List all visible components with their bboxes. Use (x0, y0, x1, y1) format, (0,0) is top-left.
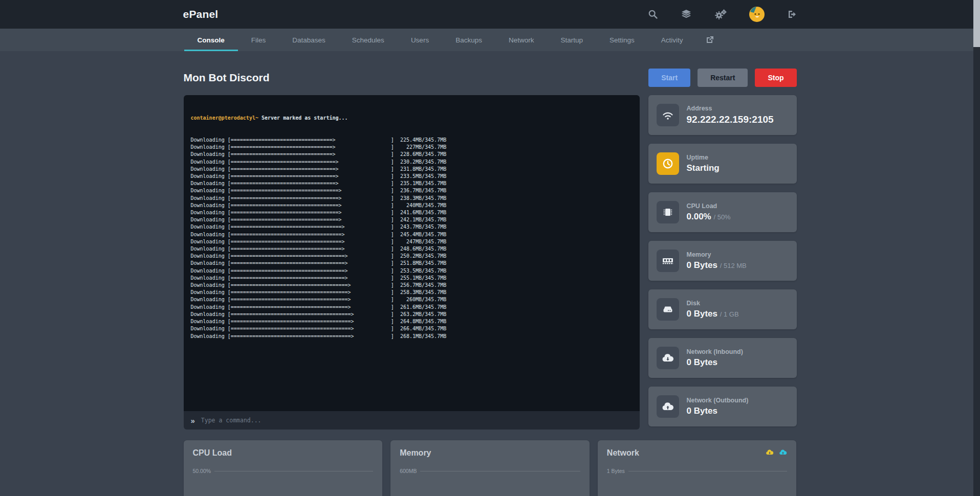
card-label: Memory (687, 251, 747, 258)
brand-link[interactable]: ePanel (183, 8, 219, 20)
console-download-line: Downloading [===========================… (191, 267, 633, 275)
start-button[interactable]: Start (648, 69, 690, 87)
tab-settings[interactable]: Settings (596, 29, 648, 51)
tab-databases[interactable]: Databases (279, 29, 339, 51)
chart-title: CPU Load (193, 448, 232, 458)
disk-card: Disk 0 Bytes / 1 GB (648, 289, 797, 329)
console-download-line: Downloading [===========================… (191, 151, 633, 158)
card-value: 0 Bytes (687, 406, 749, 416)
scrollbar-thumb[interactable] (973, 0, 980, 47)
logout-icon[interactable] (787, 9, 797, 19)
console-download-line: Downloading [===========================… (191, 260, 633, 267)
console-boot-line: container@pterodactyl~ Server marked as … (191, 115, 633, 122)
console-download-line: Downloading [===========================… (191, 253, 633, 260)
memory-card: Memory 0 Bytes / 512 MB (648, 241, 797, 281)
console-download-line: Downloading [===========================… (191, 223, 633, 231)
gears-icon[interactable] (714, 9, 727, 19)
card-limit: / 1 GB (720, 310, 739, 318)
console-download-line: Downloading [===========================… (191, 137, 633, 144)
console-download-line: Downloading [===========================… (191, 245, 633, 253)
console-download-line: Downloading [===========================… (191, 318, 633, 325)
console-download-line: Downloading [===========================… (191, 333, 633, 340)
microchip-icon (657, 201, 679, 223)
address-card: Address 92.222.22.159:2105 (648, 95, 797, 135)
console-download-line: Downloading [===========================… (191, 144, 633, 151)
uptime-card: Uptime Starting (648, 144, 797, 184)
console-download-line: Downloading [===========================… (191, 173, 633, 180)
console-download-line: Downloading [===========================… (191, 238, 633, 245)
server-title: Mon Bot Discord (184, 72, 270, 84)
outbound-legend-icon (779, 448, 787, 458)
console-download-line: Downloading [===========================… (191, 282, 633, 289)
main-content: Mon Bot Discord Start Restart Stop conta… (184, 69, 797, 496)
card-value: 92.222.22.159:2105 (687, 114, 774, 125)
charts-row: CPU Load 50.00% Memory 600MB Network 1 B… (184, 440, 797, 496)
console-download-line: Downloading [===========================… (191, 296, 633, 303)
card-limit: / 50% (713, 213, 730, 221)
stop-button[interactable]: Stop (755, 69, 796, 87)
power-actions: Start Restart Stop (648, 69, 796, 87)
tab-backups[interactable]: Backups (442, 29, 495, 51)
restart-button[interactable]: Restart (698, 69, 748, 87)
card-value: 0 Bytes / 512 MB (687, 260, 747, 270)
network-legend (766, 448, 787, 458)
console-download-line: Downloading [===========================… (191, 187, 633, 194)
user-avatar[interactable] (749, 7, 765, 22)
tab-activity[interactable]: Activity (648, 29, 696, 51)
console-download-line: Downloading [===========================… (191, 202, 633, 209)
command-bar: » (184, 411, 640, 430)
wifi-icon (657, 104, 679, 126)
memory-chart-card: Memory 600MB (390, 440, 590, 496)
chart-title: Memory (400, 448, 431, 458)
tab-startup[interactable]: Startup (547, 29, 596, 51)
network-outbound-card: Network (Outbound) 0 Bytes (648, 387, 797, 426)
card-label: Network (Inbound) (687, 348, 743, 355)
external-link-icon[interactable] (696, 29, 723, 51)
prompt-icon: » (191, 416, 195, 425)
tab-users[interactable]: Users (398, 29, 442, 51)
card-value: Starting (687, 163, 720, 173)
console-download-line: Downloading [===========================… (191, 275, 633, 282)
inbound-legend-icon (766, 448, 774, 458)
top-navbar: ePanel (0, 0, 980, 29)
gridline (420, 471, 580, 471)
layers-icon[interactable] (681, 9, 692, 19)
gridline (628, 471, 788, 471)
command-input[interactable] (201, 417, 633, 424)
container-prompt: container@pterodactyl~ (191, 115, 258, 121)
tab-network[interactable]: Network (495, 29, 548, 51)
clock-icon (657, 152, 679, 175)
chart-title: Network (607, 448, 639, 458)
card-value: 0.00% / 50% (687, 212, 731, 222)
console-download-line: Downloading [===========================… (191, 159, 633, 166)
tab-files[interactable]: Files (238, 29, 279, 51)
card-value: 0 Bytes (687, 357, 743, 368)
terminal-output[interactable]: container@pterodactyl~ Server marked as … (184, 95, 640, 411)
boot-message: Server marked as starting... (262, 115, 348, 121)
cpu-chart-card: CPU Load 50.00% (184, 440, 383, 496)
card-label: Disk (687, 300, 739, 307)
tab-console[interactable]: Console (184, 29, 238, 51)
network-inbound-card: Network (Inbound) 0 Bytes (648, 338, 797, 378)
disk-icon (657, 298, 679, 321)
card-label: CPU Load (687, 202, 731, 210)
console-download-line: Downloading [===========================… (191, 304, 633, 311)
console-download-line: Downloading [===========================… (191, 216, 633, 223)
console-download-line: Downloading [===========================… (191, 195, 633, 202)
tab-schedules[interactable]: Schedules (339, 29, 398, 51)
cloud-upload-icon (657, 395, 679, 418)
console-download-line: Downloading [===========================… (191, 325, 633, 332)
console-panel: container@pterodactyl~ Server marked as … (184, 95, 640, 430)
card-label: Network (Outbound) (687, 397, 749, 404)
network-chart-card: Network 1 Bytes (598, 440, 797, 496)
console-download-line: Downloading [===========================… (191, 166, 633, 173)
chart-tick-label: 1 Bytes (607, 468, 625, 474)
search-icon[interactable] (648, 9, 658, 19)
stats-sidebar: Address 92.222.22.159:2105 Uptime Starti… (648, 95, 797, 430)
page-scrollbar[interactable] (973, 0, 980, 496)
card-value: 0 Bytes / 1 GB (687, 309, 739, 319)
gridline (214, 471, 373, 471)
cpu-card: CPU Load 0.00% / 50% (648, 192, 797, 232)
card-limit: / 512 MB (720, 262, 747, 269)
console-download-line: Downloading [===========================… (191, 289, 633, 296)
